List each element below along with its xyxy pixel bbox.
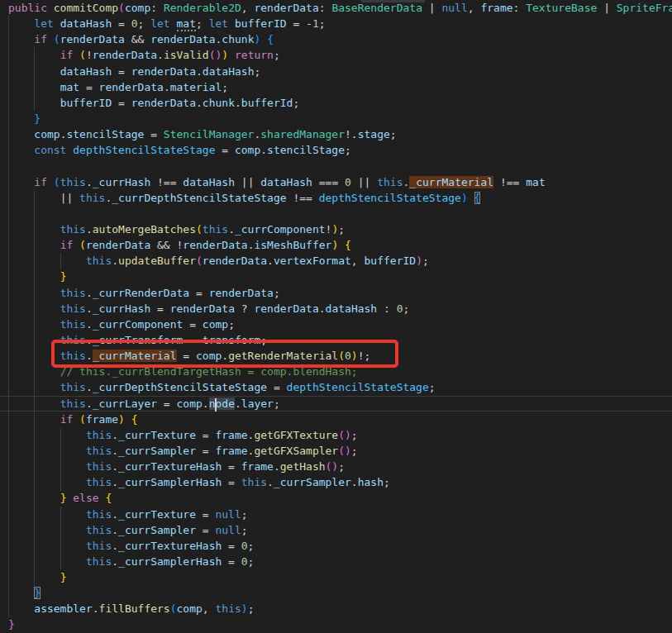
code-line: if (this._currHash !== dataHash || dataH… xyxy=(8,174,672,190)
code-token: return xyxy=(235,49,274,61)
code-token: ; xyxy=(345,144,351,156)
indent-whitespace xyxy=(8,81,60,93)
code-token: = xyxy=(183,318,202,331)
code-token: ( xyxy=(170,602,177,615)
code-token: SpriteFram xyxy=(617,2,672,14)
code-token: dataHash xyxy=(203,65,255,78)
indent-whitespace xyxy=(8,17,34,30)
code-token: () xyxy=(338,445,351,457)
code-token: ; xyxy=(274,287,280,299)
code-token: frame xyxy=(480,2,512,14)
code-line: if (renderData && renderData.chunk) { xyxy=(8,31,672,47)
code-token: = xyxy=(267,381,286,393)
code-token: getHash xyxy=(280,460,326,473)
code-token: . xyxy=(235,397,241,410)
code-token: = xyxy=(112,65,131,78)
code-token: = xyxy=(222,540,241,552)
code-line: this._currTextureHash = 0; xyxy=(8,538,672,554)
code-token: && xyxy=(125,33,150,45)
code-line: public commitComp(comp: Renderable2D, re… xyxy=(8,0,672,16)
indent-whitespace xyxy=(8,540,86,552)
code-token: bufferID xyxy=(60,97,112,109)
code-token: . xyxy=(86,223,93,236)
code-token: _currTexture xyxy=(118,508,196,521)
code-token: mat xyxy=(526,176,545,188)
code-token: . xyxy=(112,460,118,473)
indent-whitespace xyxy=(8,445,86,457)
code-token: ; xyxy=(196,17,209,30)
code-token: _currTexture xyxy=(118,429,196,441)
indent-whitespace xyxy=(8,602,34,615)
code-token: ; xyxy=(248,602,255,615)
window-edge-sliver xyxy=(361,0,425,2)
code-editor[interactable]: public commitComp(comp: Renderable2D, re… xyxy=(0,0,672,633)
indent-whitespace xyxy=(8,128,34,140)
code-token: , xyxy=(468,2,481,14)
code-token: this xyxy=(60,397,86,410)
code-token: = - xyxy=(287,17,312,30)
code-line: this._currComponent = comp; xyxy=(8,316,672,332)
code-token: material xyxy=(170,81,222,93)
code-token xyxy=(228,49,235,61)
indent-whitespace xyxy=(8,144,34,156)
code-token: this xyxy=(86,460,112,473)
code-line: } xyxy=(8,269,672,284)
code-token: this xyxy=(377,176,403,188)
code-token: comp xyxy=(235,144,260,156)
code-token: renderData xyxy=(254,2,318,14)
code-token: _currDepthStencilStateStage xyxy=(112,192,286,204)
code-token: bufferID xyxy=(365,255,417,267)
code-token: ( xyxy=(196,255,203,267)
code-token: frame xyxy=(86,413,118,426)
code-token: sharedManager xyxy=(260,128,345,140)
code-token: updateBuffer xyxy=(118,255,196,267)
code-token: 0 xyxy=(345,176,351,188)
code-token: ; xyxy=(403,302,410,315)
indent-whitespace xyxy=(8,460,86,473)
code-token: . xyxy=(112,508,118,521)
code-token: dataHash xyxy=(260,176,312,188)
code-token: this xyxy=(86,540,112,552)
code-token: = xyxy=(112,17,131,30)
code-token: || xyxy=(235,176,260,188)
indent-whitespace xyxy=(8,524,86,536)
code-token: ( xyxy=(54,33,60,45)
code-token: isMeshBuffer xyxy=(254,239,331,251)
indent-whitespace xyxy=(8,492,60,504)
code-token: !== xyxy=(493,176,526,188)
code-token: depthStencilStateStage xyxy=(73,144,215,156)
code-token: _currSampler xyxy=(274,476,351,488)
code-token: ! xyxy=(86,49,93,61)
code-token: StencilManager xyxy=(164,128,255,140)
code-token: isValid xyxy=(164,49,209,61)
code-token: this xyxy=(203,223,228,236)
code-token xyxy=(260,33,267,45)
code-token: this xyxy=(79,192,105,204)
code-token: renderData xyxy=(254,302,318,315)
code-token: renderData xyxy=(170,302,235,315)
indent-whitespace xyxy=(8,49,60,61)
code-token: _currComponent xyxy=(93,318,183,331)
code-token: dataHash xyxy=(60,17,112,30)
code-token: _currComponent xyxy=(235,223,326,236)
code-token: depthStencilStateStage xyxy=(287,381,429,393)
code-token: stage xyxy=(358,128,390,140)
code-token xyxy=(73,239,79,251)
code-token: getGFXTexture xyxy=(254,429,338,441)
code-token: ; xyxy=(338,223,345,236)
code-token: ) xyxy=(416,255,422,267)
code-token: = xyxy=(196,508,215,521)
code-token: = xyxy=(222,476,241,488)
code-token: . xyxy=(93,602,99,615)
code-token: comp xyxy=(177,602,203,615)
code-token: { xyxy=(267,33,274,45)
code-token: this xyxy=(86,429,112,441)
code-token: = xyxy=(189,287,208,299)
code-token: const xyxy=(34,144,73,156)
indent-whitespace xyxy=(8,33,34,45)
code-line: this._currTexture = null; xyxy=(8,507,672,522)
code-line: assembler.fillBuffers(comp, this); xyxy=(8,601,672,616)
code-token: ) xyxy=(118,413,125,426)
code-token: . xyxy=(228,223,235,236)
code-token: ; xyxy=(293,97,299,109)
